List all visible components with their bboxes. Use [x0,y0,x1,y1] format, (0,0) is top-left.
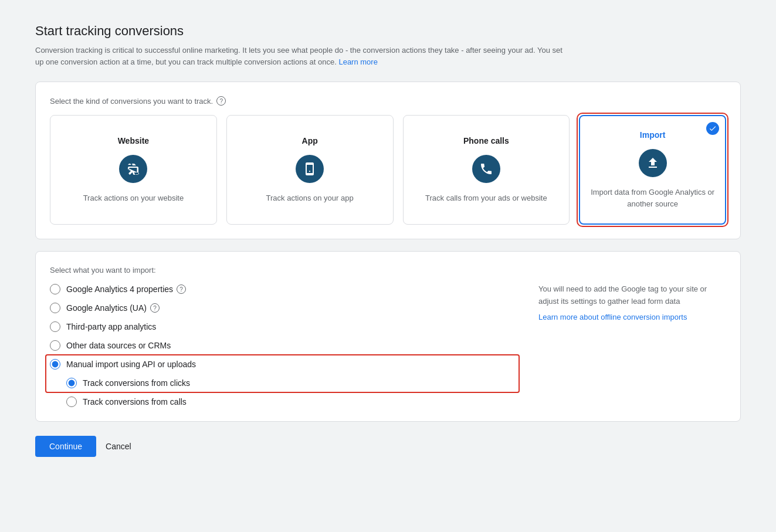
card-desc-app: Track actions on your app [266,192,354,204]
radio-item-other-crm[interactable]: Other data sources or CRMs [50,340,515,351]
radio-other-crm[interactable] [50,340,60,351]
conversion-cards: Website Track actions on your website Ap… [50,115,726,225]
import-radio-group: Google Analytics 4 properties ? Google A… [50,284,515,407]
radio-label-ga-ua: Google Analytics (UA) [66,303,147,313]
phone-icon-circle [472,155,500,183]
help-icon-ga-ua[interactable]: ? [150,303,160,313]
select-type-label: Select the kind of conversions you want … [50,96,726,106]
radio-label-third-party: Third-party app analytics [66,322,156,331]
radio-item-ga4[interactable]: Google Analytics 4 properties ? [50,284,515,294]
card-desc-import: Import data from Google Analytics or ano… [589,187,716,209]
import-panel-layout: Select what you want to import: Google A… [50,266,726,407]
bottom-actions: Continue Cancel [35,436,741,457]
import-left-section: Select what you want to import: Google A… [50,266,515,407]
conversion-card-website[interactable]: Website Track actions on your website [50,115,217,225]
radio-clicks[interactable] [66,378,77,388]
sub-radio-item-clicks[interactable]: Track conversions from clicks [66,378,515,388]
learn-more-link[interactable]: Learn more [338,57,377,66]
continue-button[interactable]: Continue [35,436,96,457]
help-icon-ga4[interactable]: ? [177,284,186,294]
radio-item-ga-ua[interactable]: Google Analytics (UA) ? [50,303,515,313]
phone-icon [479,162,493,176]
check-icon [709,124,717,133]
radio-label-ga4: Google Analytics 4 properties [66,284,173,294]
radio-ga4[interactable] [50,284,60,294]
import-right-section: You will need to add the Google tag to y… [538,266,726,407]
radio-calls[interactable] [66,397,77,407]
card-title-import: Import [640,130,666,140]
sub-radio-item-calls[interactable]: Track conversions from calls [66,397,515,407]
cursor-icon [126,162,140,176]
app-icon [303,162,317,176]
conversion-card-phone[interactable]: Phone calls Track calls from your ads or… [403,115,570,225]
conversion-type-panel: Select the kind of conversions you want … [35,82,741,239]
radio-third-party[interactable] [50,321,60,332]
card-desc-website: Track actions on your website [83,192,184,204]
import-options-panel: Select what you want to import: Google A… [35,251,741,422]
radio-manual[interactable] [50,359,60,370]
radio-item-manual[interactable]: Manual import using API or uploads [50,359,515,370]
app-icon-circle [296,155,324,183]
radio-ga-ua[interactable] [50,303,60,313]
help-icon[interactable]: ? [216,96,226,106]
import-icon-circle [639,149,667,177]
sub-radio-label-calls: Track conversions from calls [83,397,187,406]
cancel-button[interactable]: Cancel [106,442,131,451]
page-description: Conversion tracking is critical to succe… [35,45,563,67]
card-desc-phone: Track calls from your ads or website [425,192,547,204]
card-title-phone: Phone calls [463,136,509,145]
radio-item-third-party[interactable]: Third-party app analytics [50,321,515,332]
card-title-website: Website [118,136,149,145]
conversion-card-import[interactable]: Import Import data from Google Analytics… [579,115,726,225]
offline-conversion-link[interactable]: Learn more about offline conversion impo… [538,311,726,324]
sub-radio-group: Track conversions from clicks [66,378,515,388]
radio-label-other-crm: Other data sources or CRMs [66,341,171,350]
import-right-note: You will need to add the Google tag to y… [538,283,726,308]
radio-label-manual: Manual import using API or uploads [66,360,196,369]
import-select-label: Select what you want to import: [50,266,515,275]
sub-radio-label-clicks: Track conversions from clicks [83,378,190,388]
conversion-card-app[interactable]: App Track actions on your app [226,115,394,225]
upload-icon [646,156,660,170]
page-title: Start tracking conversions [35,23,741,39]
website-icon-circle [119,155,147,183]
card-title-app: App [302,136,318,145]
selected-check-badge [706,122,719,135]
